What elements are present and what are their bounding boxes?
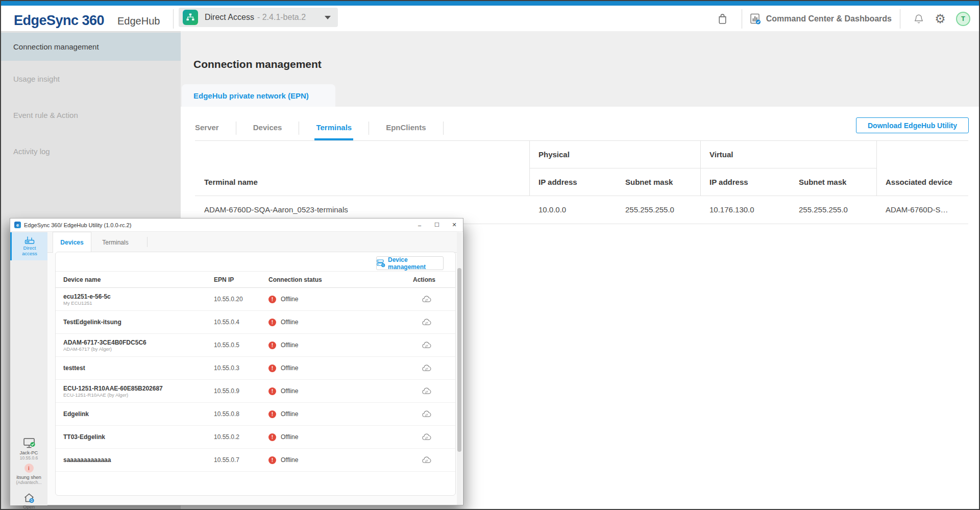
subtab-divider	[369, 122, 369, 135]
offline-status-icon	[268, 365, 276, 372]
device-row[interactable]: TT03-Edgelink 10.55.0.2 Offline	[56, 426, 455, 449]
column-header-epn-ip: EPN IP	[214, 272, 234, 287]
marketplace-bag-icon[interactable]	[711, 13, 734, 25]
utility-tab-devices[interactable]: Devices	[53, 232, 91, 253]
settings-gear-icon[interactable]: ⚙	[929, 12, 951, 26]
utility-tab-terminals[interactable]: Terminals	[96, 232, 135, 253]
cloud-sync-action-icon[interactable]	[419, 334, 433, 356]
command-center-link[interactable]: Command Center & Dashboards	[749, 13, 892, 25]
cloud-sync-action-icon[interactable]	[419, 311, 433, 333]
router-icon	[12, 235, 47, 245]
offline-status-icon	[268, 319, 276, 326]
utility-shortcut-user[interactable]: i itsung shen (Advantech...	[10, 464, 47, 485]
sidebar-item-activity-log[interactable]: Activity log	[1, 137, 181, 165]
device-row[interactable]: ecu1251-e-56-5cMy ECU1251 10.55.0.20 Off…	[56, 288, 455, 311]
offline-status-icon	[268, 433, 276, 441]
brand-logo: EdgeSync 360	[14, 13, 104, 29]
app-root: EdgeSync 360 EdgeHub Direct Access - 2.4…	[0, 0, 980, 510]
tab-epnclients[interactable]: EpnClients	[384, 116, 427, 140]
tab-edgehub-private-network[interactable]: EdgeHub private network (EPN)	[182, 84, 335, 107]
cloud-sync-action-icon[interactable]	[419, 403, 433, 425]
group-header-virtual: Virtual	[700, 140, 876, 168]
offline-status-icon	[268, 296, 276, 303]
device-row[interactable]: ECU-1251-R10AAE-60E85B202687ECU-1251-R10…	[56, 380, 455, 403]
maximize-button[interactable]: ☐	[428, 218, 446, 231]
service-selector-version: - 2.4.1-beta.2	[257, 13, 306, 22]
column-header-connection-status: Connection status	[268, 272, 322, 287]
header-divider	[900, 9, 900, 29]
device-name: ECU-1251-R10AAE-60E85B202687	[63, 385, 163, 392]
utility-shortcut-jack-pc[interactable]: Jack-PC 10.55.0.6	[10, 437, 47, 460]
device-row[interactable]: TestEdgelink-itsung 10.55.0.4 Offline	[56, 311, 455, 334]
device-subtitle: My ECU1251	[63, 300, 111, 306]
column-header-actions: Actions	[413, 272, 435, 287]
shortcut-sublabel: (Advantech...	[10, 480, 47, 485]
minimize-button[interactable]: –	[411, 218, 428, 231]
notifications-bell-icon[interactable]	[909, 13, 929, 25]
cloud-sync-action-icon[interactable]	[419, 288, 433, 310]
physical-subnet-cell: 255.255.255.0	[616, 196, 700, 223]
chevron-down-icon	[325, 16, 331, 19]
download-edgehub-utility-button[interactable]: Download EdgeHub Utility	[856, 117, 969, 133]
network-hierarchy-icon	[183, 10, 198, 25]
utility-scrollbar[interactable]	[457, 232, 462, 505]
column-header-virtual-ip: IP address	[700, 168, 790, 196]
service-selector-label: Direct Access	[205, 13, 254, 22]
device-management-label: Device management	[388, 256, 443, 271]
cloud-sync-action-icon[interactable]	[419, 449, 433, 471]
device-epn-ip: 10.55.0.8	[214, 403, 239, 425]
tab-terminals[interactable]: Terminals	[314, 116, 353, 140]
offline-status-icon	[268, 387, 276, 395]
column-header-associated-device: Associated device	[876, 168, 968, 196]
direct-access-label-line2: access	[12, 251, 47, 256]
shortcut-sublabel: 10.55.0.6	[10, 455, 47, 460]
offline-status-icon	[268, 342, 276, 349]
device-epn-ip: 10.55.0.4	[214, 311, 239, 333]
tab-devices[interactable]: Devices	[252, 116, 284, 140]
service-selector-dropdown[interactable]: Direct Access - 2.4.1-beta.2	[179, 8, 338, 27]
sidebar-item-connection-management[interactable]: Connection management	[1, 33, 181, 61]
offline-status-icon	[268, 456, 276, 464]
scrollbar-thumb[interactable]	[457, 268, 461, 452]
utility-sidebar-direct-access[interactable]: Direct access	[10, 232, 47, 260]
column-header-physical-ip: IP address	[529, 168, 616, 196]
status-label: Offline	[281, 296, 298, 303]
virtual-ip-cell: 10.176.130.0	[700, 196, 790, 223]
edgehub-utility-window: e EdgeSync 360/ EdgeHub Utility (1.0.0-r…	[10, 218, 463, 505]
cloud-sync-action-icon[interactable]	[419, 380, 433, 402]
devices-table-header: Device name EPN IP Connection status Act…	[56, 271, 455, 288]
device-row[interactable]: Edgelink 10.55.0.8 Offline	[56, 403, 455, 426]
status-label: Offline	[281, 410, 298, 418]
cloud-sync-action-icon[interactable]	[419, 426, 433, 448]
device-management-button[interactable]: Device management	[376, 256, 444, 270]
subtab-divider	[236, 122, 236, 135]
device-epn-ip: 10.55.0.3	[214, 357, 239, 379]
status-label: Offline	[281, 319, 298, 326]
device-epn-ip: 10.55.0.7	[214, 449, 239, 471]
shortcut-label: Jack-PC	[10, 450, 47, 455]
shortcut-label: Open	[10, 504, 47, 509]
device-row[interactable]: ADAM-6717-3CE4B0FDC5C6ADAM-6717 (by Alge…	[56, 334, 455, 357]
utility-shortcut-open-edgehub[interactable]: Open Edgehub	[10, 492, 47, 510]
device-epn-ip: 10.55.0.2	[214, 426, 239, 448]
user-avatar[interactable]: T	[956, 12, 970, 26]
subtab-bar: Server Devices Terminals EpnClients	[193, 116, 459, 140]
device-name: saaaaaaaaaaaaa	[63, 456, 111, 464]
column-header-virtual-subnet: Subnet mask	[790, 168, 876, 196]
devices-card: Device management Device name EPN IP Con…	[55, 252, 456, 496]
device-row[interactable]: testtest 10.55.0.3 Offline	[56, 357, 455, 380]
sidebar-item-event-rule-action[interactable]: Event rule & Action	[1, 101, 181, 129]
tab-server[interactable]: Server	[193, 116, 220, 140]
device-name: Edgelink	[63, 410, 89, 418]
monitor-icon	[10, 437, 47, 450]
sidebar-item-usage-insight[interactable]: Usage insight	[1, 65, 181, 93]
device-row[interactable]: saaaaaaaaaaaaa 10.55.0.7 Offline	[56, 449, 455, 472]
device-subtitle: ADAM-6717 (by Alger)	[63, 346, 146, 352]
dashboard-chart-icon	[749, 13, 762, 25]
home-icon	[10, 492, 47, 504]
cloud-sync-action-icon[interactable]	[419, 357, 433, 379]
utility-title-bar[interactable]: e EdgeSync 360/ EdgeHub Utility (1.0.0-r…	[10, 218, 463, 232]
utility-tab-bar: Devices Terminals	[47, 232, 459, 253]
close-button[interactable]: ✕	[446, 218, 463, 231]
status-label: Offline	[281, 456, 298, 464]
